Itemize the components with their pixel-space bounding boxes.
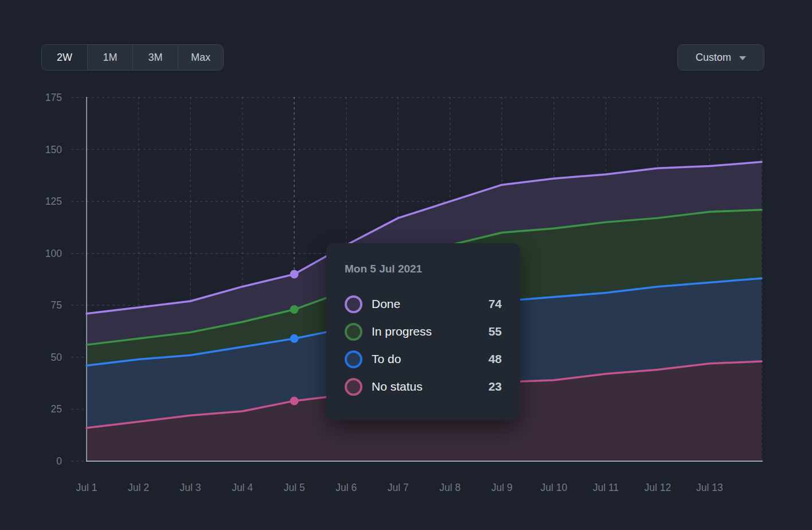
- tooltip-row-label: Done: [372, 297, 400, 311]
- no-status-ring-icon: [345, 378, 362, 396]
- x-axis-tick-label: Jul 6: [335, 482, 357, 493]
- tooltip-row-label: No status: [372, 380, 423, 393]
- tooltip-row-value: 55: [489, 325, 502, 338]
- x-axis-tick-label: Jul 2: [128, 482, 149, 493]
- y-axis-tick-label: 75: [51, 299, 62, 311]
- hover-dot-to-do: [290, 334, 299, 343]
- in-progress-ring-icon: [345, 323, 362, 341]
- hover-dot-no-status: [290, 396, 299, 405]
- y-axis-tick-label: 100: [45, 248, 62, 259]
- x-axis-tick-label: Jul 10: [540, 482, 567, 493]
- tooltip-row-label: In progress: [372, 325, 432, 338]
- hover-dot-in-progress: [290, 305, 299, 314]
- x-axis-tick-label: Jul 13: [696, 482, 723, 493]
- tooltip-row-done: Done 74: [345, 290, 502, 318]
- hover-dot-done: [290, 270, 299, 278]
- x-axis-tick-label: Jul 9: [491, 482, 513, 493]
- tooltip-row-value: 23: [489, 380, 502, 393]
- x-axis-tick-label: Jul 8: [439, 482, 460, 493]
- insights-page: 2W 1M 3M Max Custom 0255075100125150175J…: [0, 0, 812, 530]
- x-axis-tick-label: Jul 4: [232, 482, 253, 493]
- tooltip-row-value: 48: [489, 352, 502, 366]
- tooltip-row-no-status: No status 23: [345, 373, 502, 400]
- tooltip-row-to-do: To do 48: [345, 345, 502, 373]
- y-axis-tick-label: 50: [51, 352, 63, 363]
- to-do-ring-icon: [345, 350, 362, 368]
- y-axis-tick-label: 0: [56, 455, 62, 467]
- x-axis-tick-label: Jul 12: [645, 482, 672, 493]
- y-axis-tick-label: 125: [45, 196, 62, 207]
- x-axis-tick-label: Jul 5: [284, 482, 305, 493]
- y-axis-tick-label: 25: [51, 403, 62, 415]
- y-axis-tick-label: 150: [45, 144, 62, 155]
- y-axis-tick-label: 175: [45, 92, 62, 103]
- tooltip-date: Mon 5 Jul 2021: [345, 263, 502, 275]
- x-axis-tick-label: Jul 3: [180, 482, 201, 493]
- tooltip-row-in-progress: In progress 55: [345, 318, 502, 345]
- x-axis-tick-label: Jul 1: [76, 482, 97, 493]
- chart-tooltip: Mon 5 Jul 2021 Done 74 In progress 55 To…: [326, 243, 520, 420]
- tooltip-row-value: 74: [489, 297, 502, 311]
- x-axis-tick-label: Jul 11: [593, 482, 619, 493]
- done-ring-icon: [345, 295, 362, 313]
- tooltip-row-label: To do: [372, 352, 401, 366]
- x-axis-tick-label: Jul 7: [388, 482, 409, 493]
